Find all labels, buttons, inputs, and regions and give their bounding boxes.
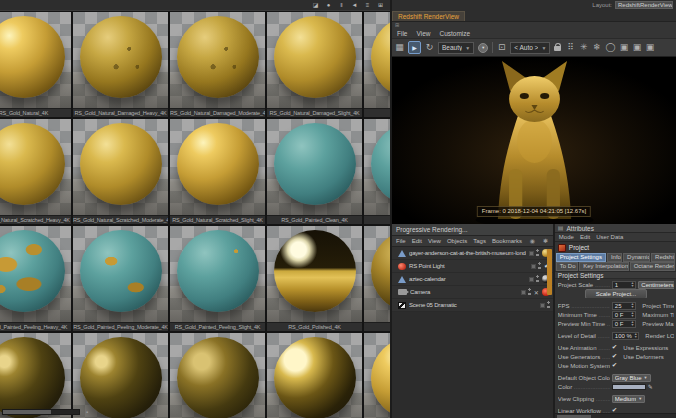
grid-icon[interactable]: ⠿ xyxy=(566,43,575,52)
snapshot-icon[interactable]: ✳ xyxy=(579,43,588,52)
magnet-icon[interactable]: ◉ xyxy=(528,238,537,244)
tab-octane-render[interactable]: Octane Render xyxy=(630,262,675,271)
attribute-scrollbar[interactable] xyxy=(555,413,676,418)
spinner-down-icon[interactable]: ▼ xyxy=(631,324,634,326)
material-tile[interactable]: RS_Gold_Natural_Scratched_Moderate_4K xyxy=(72,118,169,225)
tab-to-do[interactable]: To Do xyxy=(556,262,578,271)
visibility-dots-icon[interactable] xyxy=(536,249,539,257)
spinner-arrows-icon[interactable]: ▲▼ xyxy=(634,333,637,338)
spinner-arrows-icon[interactable]: ▲▼ xyxy=(631,321,634,326)
spinner-arrows-icon[interactable]: ▲▼ xyxy=(631,303,634,308)
value-spinner[interactable]: 1▲▼ xyxy=(612,281,636,289)
material-tile[interactable] xyxy=(0,332,72,418)
panel-handle-icon[interactable]: ⊞ xyxy=(395,23,399,28)
region-icon[interactable]: ◯ xyxy=(605,43,615,52)
menu-file[interactable]: File xyxy=(396,238,406,244)
spinner-arrows-icon[interactable]: ▲▼ xyxy=(631,282,634,287)
render-pass-dropdown[interactable]: Beauty ▼ xyxy=(438,42,474,54)
material-tile[interactable]: RS_Gold_Natural_Scratched_Slight_4K xyxy=(169,118,266,225)
material-tile[interactable] xyxy=(169,332,266,418)
visibility-dots-icon[interactable] xyxy=(536,275,539,283)
object-row[interactable]: Camera✕ xyxy=(392,286,553,299)
panel-a-icon[interactable]: ▣ xyxy=(619,43,628,52)
material-tile[interactable]: RS_Gold_Natural_Damaged_Slight_4K xyxy=(266,11,363,118)
panel-c-icon[interactable]: ▣ xyxy=(645,43,654,52)
menu-edit[interactable]: Edit xyxy=(412,238,422,244)
render-all-icon[interactable]: ▦ xyxy=(395,43,404,52)
snowflake-icon[interactable]: ❄ xyxy=(592,43,601,52)
menu-bookmarks[interactable]: Bookmarks xyxy=(492,238,522,244)
color-swatch[interactable] xyxy=(612,384,646,390)
panel-b-icon[interactable]: ▣ xyxy=(632,43,641,52)
tab-dynamics[interactable]: Dynamics xyxy=(623,253,650,262)
material-tile[interactable]: RS_Gold_Natural_Damaged_Heavy_4K xyxy=(72,11,169,118)
aov-badge-icon[interactable]: ▼ xyxy=(478,43,488,53)
material-tile[interactable] xyxy=(363,332,390,418)
back-arrow-icon[interactable]: ◄ xyxy=(350,2,359,8)
value-spinner[interactable]: 0 F▲▼ xyxy=(612,311,636,319)
eyedropper-icon[interactable]: ✎ xyxy=(648,383,653,390)
crop-icon[interactable]: ⊡ xyxy=(497,43,506,52)
preview-size-slider-handle[interactable] xyxy=(3,410,51,414)
checkbox-checked[interactable]: ✔ xyxy=(612,344,617,351)
visibility-dots-icon[interactable] xyxy=(538,262,541,270)
spinner-down-icon[interactable]: ▼ xyxy=(631,285,634,287)
camera-link-icon[interactable]: ✕ xyxy=(534,289,539,296)
tab-redshift[interactable]: Redshift xyxy=(651,253,675,262)
menu-objects[interactable]: Objects xyxy=(447,238,467,244)
object-row[interactable]: gayer-anderson-cat-at-the-british-museum… xyxy=(392,247,553,260)
value-dropdown[interactable]: Medium▼ xyxy=(612,395,645,403)
menu-view[interactable]: View xyxy=(428,238,441,244)
material-tile[interactable]: RS_Gold_Polished_4K xyxy=(266,225,363,332)
material-tile[interactable]: RS_Gold_Natural_4K xyxy=(0,11,72,118)
menu-mode[interactable]: Mode xyxy=(559,234,574,240)
menu-customize[interactable]: Customize xyxy=(439,30,470,37)
object-row[interactable]: aztec-calendar xyxy=(392,273,553,286)
tab-project-settings[interactable]: Project Settings xyxy=(556,253,606,262)
tab-key-interpolation[interactable]: Key Interpolation xyxy=(579,262,628,271)
layer-square[interactable] xyxy=(540,303,545,308)
menu-tags[interactable]: Tags xyxy=(473,238,486,244)
zoom-dropdown[interactable]: < Auto > ▼ xyxy=(510,42,550,54)
object-row[interactable]: Scene 05 Dramatic xyxy=(392,299,553,312)
object-toggles[interactable] xyxy=(529,275,539,283)
value-dropdown[interactable]: Gray Blue▼ xyxy=(612,374,651,382)
checkbox-checked[interactable]: ✔ xyxy=(612,353,617,360)
tab-info[interactable]: Info xyxy=(607,253,622,262)
material-tile[interactable]: RS_Gold_Natural_Damaged_Moderate_4K xyxy=(169,11,266,118)
layer-square[interactable] xyxy=(531,264,536,269)
lock-icon[interactable] xyxy=(554,43,562,52)
checkbox-checked[interactable]: ✔ xyxy=(612,362,617,369)
gear-icon[interactable]: ✱ xyxy=(541,238,550,244)
object-toggles[interactable] xyxy=(529,249,539,257)
ipr-play-button[interactable]: ▶ xyxy=(408,41,421,54)
material-tile[interactable] xyxy=(363,225,390,332)
unit-dropdown[interactable]: Centimeters▼ xyxy=(638,281,674,289)
active-panel-tab[interactable] xyxy=(547,249,552,295)
sort-icon[interactable]: ≡ xyxy=(363,2,372,8)
object-row[interactable]: RS Point Light✔ xyxy=(392,260,553,273)
object-toggles[interactable] xyxy=(521,288,531,296)
object-toggles[interactable] xyxy=(540,301,550,309)
visibility-dots-icon[interactable] xyxy=(528,288,531,296)
restart-icon[interactable]: ↻ xyxy=(425,43,434,52)
layer-square[interactable] xyxy=(529,251,534,256)
scale-project-button[interactable]: Scale Project... xyxy=(585,289,647,298)
menu-user-data[interactable]: User Data xyxy=(596,234,623,240)
spinner-down-icon[interactable]: ▼ xyxy=(634,336,637,338)
attribute-object-row[interactable]: Project xyxy=(555,242,676,253)
columns-icon[interactable]: ‖ xyxy=(337,2,346,8)
pin-icon[interactable]: ● xyxy=(324,2,333,8)
material-tile[interactable]: RS_Gold_Painted_Clean_4K xyxy=(266,118,363,225)
shading-mode-icon[interactable]: ◪ xyxy=(311,2,320,8)
object-toggles[interactable] xyxy=(531,262,541,270)
menu-file[interactable]: File xyxy=(397,30,407,37)
spinner-arrows-icon[interactable]: ▲▼ xyxy=(631,312,634,317)
material-tile[interactable] xyxy=(72,332,169,418)
render-canvas[interactable]: Frame: 0 2018-12-04 04:21:05 [12.67s] xyxy=(392,57,676,224)
layer-square[interactable] xyxy=(521,290,526,295)
spinner-down-icon[interactable]: ▼ xyxy=(631,306,634,308)
material-tile[interactable]: RS_Gold_Painted_Peeling_Moderate_4K xyxy=(72,225,169,332)
spinner-down-icon[interactable]: ▼ xyxy=(631,315,634,317)
layer-square[interactable] xyxy=(529,277,534,282)
